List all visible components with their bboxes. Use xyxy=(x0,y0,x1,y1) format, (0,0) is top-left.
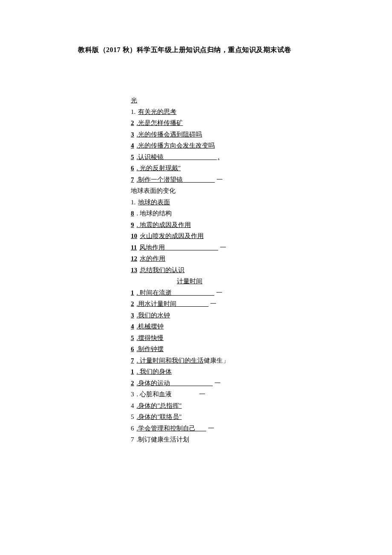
entry-number: 3 xyxy=(131,310,134,321)
toc-entry: 2 .身体的运动 一 xyxy=(131,378,229,389)
entry-text: .身体的"联络员" xyxy=(137,411,182,423)
toc-entry: 5 .摆得快慢 xyxy=(131,332,229,344)
toc-entry: 5 .身体的"联络员" xyxy=(131,411,229,423)
trailing-dash: 一 xyxy=(216,287,222,299)
page-title: 教科版（2017 秋）科学五年级上册知识点归纳，重点知识及期末试卷 xyxy=(78,46,291,55)
entry-text: .制作一个潜望镜 xyxy=(137,174,183,186)
entry-number: 6 xyxy=(131,343,134,355)
entry-number: 3 xyxy=(131,129,134,140)
toc-entry: 3 .光的传播会遇到阻碍吗 xyxy=(131,129,229,140)
trailing-dash: 一 xyxy=(220,242,226,253)
entry-number: 13 xyxy=(131,264,137,276)
entry-text: .光的传播会遇到阻碍吗 xyxy=(137,129,202,140)
toc-entry: 1 . 时间在流逝 一 xyxy=(131,287,229,299)
unit3-header: 计量时间 xyxy=(131,276,229,287)
entry-text: 总结我们的认识 xyxy=(140,264,184,276)
entry-number: 11 xyxy=(131,242,137,253)
trailing-blank xyxy=(172,389,197,400)
entry-text: .我们的水钟 xyxy=(137,310,170,321)
trailing-blank xyxy=(165,242,218,253)
entry-number: 1. xyxy=(131,106,135,118)
entry-text: .摆得快慢 xyxy=(137,332,164,344)
entry-number: 5 xyxy=(131,411,134,423)
toc-entry: 11 风地作用 一 xyxy=(131,242,229,253)
entry-text: .身体的"总指挥" xyxy=(137,400,182,412)
toc-entry: 7 . 计量时间和我们的生活健康生」 xyxy=(131,355,229,366)
unit2-header: 地球表面的变化 xyxy=(131,185,229,197)
trailing-dot: . xyxy=(217,151,219,163)
entry-text: .学会管理和控制自己 xyxy=(137,423,196,434)
entry-text: .用水计量时间 xyxy=(137,298,177,310)
entry-number: 6 xyxy=(131,423,134,434)
entry-text: .身体的运动 xyxy=(137,378,170,389)
toc-entry: 1 . 我们的身体 xyxy=(131,366,229,378)
trailing-blank xyxy=(172,287,214,299)
trailing-dash: 一 xyxy=(210,298,216,310)
entry-number: 5 xyxy=(131,151,134,163)
toc-entry: 9 . 地震的成因及作用 xyxy=(131,219,229,231)
entry-number: 9 xyxy=(131,219,134,231)
toc-entry: 13 总结我们的认识 xyxy=(131,264,229,276)
entry-number: 1 xyxy=(131,287,134,299)
entry-number: 1 xyxy=(131,366,134,378)
entry-text: .光是怎样传播矿 xyxy=(137,117,183,129)
entry-text: .光的传播方向会发生改变吗 xyxy=(137,140,215,151)
trailing-dash: 一 xyxy=(214,378,221,389)
toc-entry: 2 .用水计量时间 一 xyxy=(131,298,229,310)
entry-number: 6 xyxy=(131,163,134,174)
toc-entry: 2 .光是怎样传播矿 xyxy=(131,117,229,129)
toc-entry: 6 .制作钟摆 xyxy=(131,343,229,355)
toc-entry: 7 .制作一个潜望镜 一 xyxy=(131,174,229,186)
entry-text: 火山喷发的成因及作用 xyxy=(140,230,204,242)
entry-number: 7 xyxy=(131,355,134,366)
unit3-header-text: 计量时间 xyxy=(177,276,202,287)
unit2-header-text: 地球表面的变化 xyxy=(131,185,176,197)
entry-number: 5 xyxy=(131,332,134,344)
entry-text: .认识棱镜 xyxy=(137,151,164,163)
trailing-blank xyxy=(176,298,208,310)
entry-text: .制作钟摆 xyxy=(137,343,164,355)
toc-entry: 6 .学会管理和控制自己 一 xyxy=(131,423,229,434)
entry-number: 7 xyxy=(131,174,134,186)
trailing-blank xyxy=(196,423,206,434)
entry-text: . 时间在流逝 xyxy=(137,287,172,299)
entry-text: . 心脏和血液 xyxy=(137,389,172,400)
entry-number: 2 xyxy=(131,298,134,310)
entry-number: 4 xyxy=(131,321,134,332)
entry-text: 风地作用 xyxy=(139,242,165,253)
entry-number: 4 xyxy=(131,140,134,151)
trailing-blank xyxy=(164,151,217,163)
entry-number: 2 xyxy=(131,378,134,389)
toc-entry: 4 .光的传播方向会发生改变吗 xyxy=(131,140,229,151)
entry-number: 2 xyxy=(131,117,134,129)
entry-text: . 光的反射现戴″ xyxy=(137,163,181,174)
entry-number: 7 xyxy=(131,434,134,445)
entry-text: . 地球的结构 xyxy=(137,208,172,219)
toc-entry: 5 .认识棱镜 . xyxy=(131,151,229,163)
entry-text: 水的作用 xyxy=(140,253,165,264)
trailing-blank xyxy=(183,174,215,186)
trailing-dash: 一 xyxy=(216,174,223,186)
toc-entry: 12 水的作用 xyxy=(131,253,229,264)
toc-entry: 3 .我们的水钟 xyxy=(131,310,229,321)
trailing-blank xyxy=(170,378,213,389)
trailing-dash: 一 xyxy=(208,423,214,434)
entry-number: 1. xyxy=(131,197,135,208)
entry-text: . 我们的身体 xyxy=(137,366,172,378)
entry-number: 4 xyxy=(131,400,134,412)
entry-append: 健康生」 xyxy=(204,355,229,366)
entry-number: 8 xyxy=(131,208,134,219)
entry-text: . 计量时间和我们的生活 xyxy=(137,355,204,366)
toc-entry: 10 火山喷发的成因及作用 xyxy=(131,230,229,242)
entry-text: 有关光的思考 xyxy=(138,106,176,118)
toc-entry: 4 .身体的"总指挥" xyxy=(131,400,229,412)
entry-text: .制订健康生活计划 xyxy=(137,434,190,445)
entry-number: 12 xyxy=(131,253,137,264)
toc-entry: 7 .制订健康生活计划 xyxy=(131,434,229,445)
table-of-contents: 光 1. 有关光的思考 2 .光是怎样传播矿 3 .光的传播会遇到阻碍吗 4 .… xyxy=(131,95,229,445)
trailing-dash: 一 xyxy=(199,389,205,400)
toc-entry: 6 . 光的反射现戴″ xyxy=(131,163,229,174)
entry-text: .机械摆钟 xyxy=(137,321,164,332)
unit1-header: 光 xyxy=(131,95,229,106)
unit1-header-text: 光 xyxy=(131,95,137,106)
